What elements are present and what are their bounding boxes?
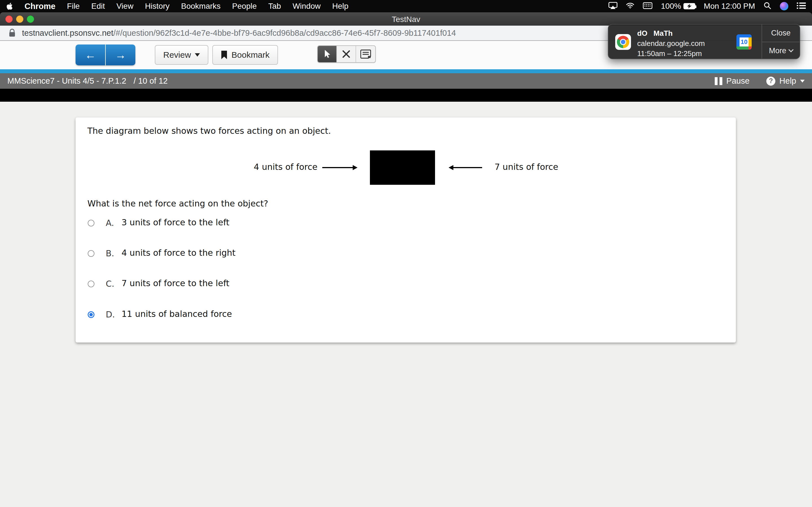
menu-bar-left: Chrome File Edit View History Bookmarks … [6,2,349,11]
window-titlebar: TestNav [0,12,812,25]
help-button[interactable]: ? Help [766,76,805,86]
pointer-icon [323,49,331,59]
question-intro-text: The diagram below shows two forces actin… [87,126,331,136]
forward-arrow-icon: → [115,49,126,61]
menu-item-bookmarks[interactable]: Bookmarks [181,2,220,11]
chrome-app-icon [615,34,631,50]
question-progress: / 10 of 12 [134,76,168,86]
notification-center-icon[interactable] [797,2,806,10]
test-actions: Pause ? Help [715,76,805,86]
notification-popup: dO MaTh calendar.google.com 11:50am – 12… [608,24,800,59]
bookmark-icon [221,51,227,59]
bookmark-button[interactable]: Bookmark [212,45,278,65]
more-chevron-icon [788,47,794,52]
test-status-bar: MMScience7 - Units 4/5 - 7.P.1.2 / 10 of… [0,73,812,89]
left-arrow-icon [449,164,482,172]
menu-bar: Chrome File Edit View History Bookmarks … [0,0,812,12]
question-card: The diagram below shows two forces actin… [75,117,736,342]
test-title: MMScience7 - Units 4/5 - 7.P.1.2 [7,76,126,86]
question-prompt: What is the net force acting on the obje… [87,199,268,209]
menu-item-view[interactable]: View [116,2,133,11]
option-b[interactable]: B. 4 units of force to the right [75,248,414,260]
notepad-icon [360,50,371,59]
menu-item-chrome[interactable]: Chrome [24,2,56,11]
option-d-text: 11 units of balanced force [121,309,232,319]
option-a-letter: A. [106,218,114,228]
option-b-text: 4 units of force to the right [121,248,236,258]
answer-eliminator-tool-button[interactable] [337,46,356,62]
help-caret-icon [800,80,805,82]
radio-option-d[interactable] [88,311,94,318]
calendar-day-number: 10 [740,38,749,47]
menu-item-edit[interactable]: Edit [91,2,105,11]
previous-question-button[interactable]: ← [75,45,106,65]
accent-line [0,69,812,73]
keyboard-icon[interactable] [643,2,652,10]
pause-button[interactable]: Pause [715,76,749,86]
url-domain: testnavclient.psonsvc.net [22,29,113,38]
notepad-tool-button[interactable] [356,46,375,62]
battery-icon [683,3,695,9]
question-content-area: The diagram below shows two forces actin… [0,102,812,507]
option-c-letter: C. [106,279,114,289]
menu-item-tab[interactable]: Tab [268,2,281,11]
url-text[interactable]: testnavclient.psonsvc.net/#/question/962… [22,29,456,38]
help-icon: ? [766,76,775,86]
review-caret-icon [195,53,200,57]
notification-more-button[interactable]: More [762,42,800,59]
radio-option-a[interactable] [88,220,94,226]
wifi-icon[interactable] [626,2,635,10]
url-path: /#/question/962f3c1d-4e7e-4bbe-bf79-6ac9… [113,29,456,38]
menu-bar-status: 100% Mon 12:00 PM [608,2,806,11]
test-title-area: MMScience7 - Units 4/5 - 7.P.1.2 / 10 of… [7,76,168,86]
option-a[interactable]: A. 3 units of force to the left [75,217,414,230]
screen: Chrome File Edit View History Bookmarks … [0,0,812,507]
menu-item-people[interactable]: People [232,2,257,11]
right-force-label: 7 units of force [495,162,558,172]
menu-item-history[interactable]: History [145,2,169,11]
option-d-letter: D. [106,309,115,320]
menu-item-file[interactable]: File [67,2,80,11]
option-a-text: 3 units of force to the left [121,217,229,227]
chrome-logo-icon [617,36,629,48]
object-box [370,151,435,185]
pointer-tool-button[interactable] [318,46,337,62]
review-button[interactable]: Review [155,45,208,65]
bookmark-label: Bookmark [232,50,269,60]
option-c[interactable]: C. 7 units of force to the left [75,278,414,291]
clock-label[interactable]: Mon 12:00 PM [704,2,755,11]
tool-group [317,45,376,63]
airplay-icon[interactable] [608,2,617,10]
google-calendar-icon: 10 [737,34,752,50]
chrome-window: TestNav testnavclient.psonsvc.net/#/ques… [0,12,812,507]
question-nav-group: ← → [75,45,135,65]
pause-label: Pause [726,76,749,86]
siri-icon[interactable] [780,2,788,10]
battery-percent-label: 100% [661,2,681,11]
battery-status[interactable]: 100% [661,2,695,11]
more-label: More [769,47,786,55]
option-d[interactable]: D. 11 units of balanced force [75,309,414,321]
next-question-button[interactable]: → [106,45,135,65]
spotlight-icon[interactable] [763,2,771,11]
help-label: Help [779,76,796,86]
notification-time: 11:50am – 12:25pm [637,48,705,59]
option-b-letter: B. [106,248,114,258]
menu-item-window[interactable]: Window [293,2,321,11]
right-arrow-icon [322,164,357,172]
lock-icon[interactable] [8,29,16,38]
back-arrow-icon: ← [85,49,96,61]
x-icon [342,50,351,59]
radio-option-b[interactable] [88,250,94,257]
menu-item-help[interactable]: Help [332,2,349,11]
radio-option-c[interactable] [88,281,94,287]
left-force-label: 4 units of force [254,162,317,172]
notification-close-button[interactable]: Close [762,24,800,42]
notification-source: calendar.google.com [637,38,705,48]
review-label: Review [163,50,191,60]
option-c-text: 7 units of force to the left [121,278,229,288]
apple-logo-icon[interactable] [6,2,13,10]
notification-text: dO MaTh calendar.google.com 11:50am – 12… [637,28,705,59]
pause-icon [715,77,722,85]
notification-title: dO MaTh [637,28,705,38]
